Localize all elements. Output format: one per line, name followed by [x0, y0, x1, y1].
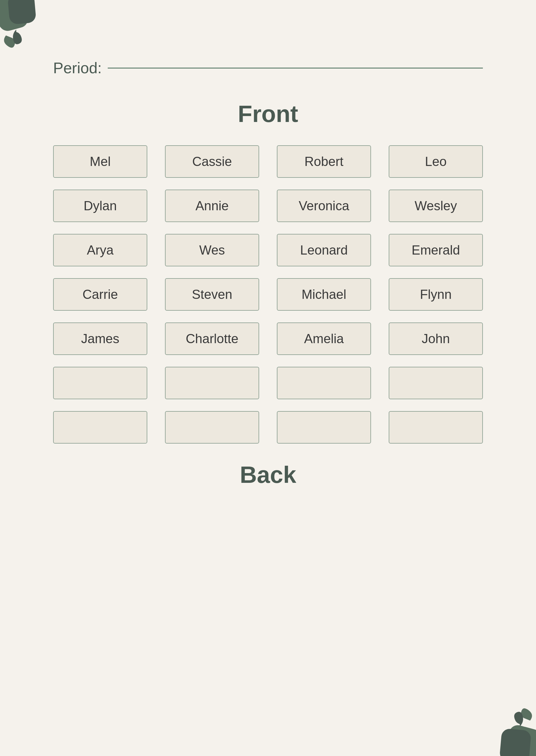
svg-rect-3	[499, 728, 531, 756]
seat-row6-col4[interactable]	[389, 367, 483, 399]
seat-row4-col2[interactable]: Steven	[165, 278, 259, 311]
seat-row7-col1[interactable]	[53, 411, 147, 444]
seat-row3-col3[interactable]: Leonard	[277, 234, 371, 266]
seat-row5-col2[interactable]: Charlotte	[165, 323, 259, 355]
seat-row3-col2[interactable]: Wes	[165, 234, 259, 266]
seat-row3-col1[interactable]: Arya	[53, 234, 147, 266]
seat-row2-col1[interactable]: Dylan	[53, 189, 147, 222]
seat-row2-col2[interactable]: Annie	[165, 189, 259, 222]
seat-row5-col3[interactable]: Amelia	[277, 323, 371, 355]
seat-row1-col4[interactable]: Leo	[389, 145, 483, 178]
seat-row1-col3[interactable]: Robert	[277, 145, 371, 178]
seat-row4-col4[interactable]: Flynn	[389, 278, 483, 311]
seat-row7-col4[interactable]	[389, 411, 483, 444]
seat-row6-col1[interactable]	[53, 367, 147, 399]
seat-row5-col4[interactable]: John	[389, 323, 483, 355]
period-line	[108, 68, 483, 69]
corner-decoration-bottom-right	[489, 703, 536, 756]
seat-row3-col4[interactable]: Emerald	[389, 234, 483, 266]
seat-row7-col2[interactable]	[165, 411, 259, 444]
seat-row4-col1[interactable]: Carrie	[53, 278, 147, 311]
seat-row2-col3[interactable]: Veronica	[277, 189, 371, 222]
seating-grid: Mel Cassie Robert Leo Dylan Annie Veroni…	[53, 145, 483, 444]
period-section: Period:	[53, 59, 483, 77]
seat-row4-col3[interactable]: Michael	[277, 278, 371, 311]
seat-row7-col3[interactable]	[277, 411, 371, 444]
period-label: Period:	[53, 59, 102, 77]
seat-row6-col3[interactable]	[277, 367, 371, 399]
page-content: Period: Front Mel Cassie Robert Leo Dyla…	[0, 0, 536, 524]
seat-row6-col2[interactable]	[165, 367, 259, 399]
seat-row2-col4[interactable]: Wesley	[389, 189, 483, 222]
back-title: Back	[53, 461, 483, 489]
seat-row1-col1[interactable]: Mel	[53, 145, 147, 178]
seat-row5-col1[interactable]: James	[53, 323, 147, 355]
seat-row1-col2[interactable]: Cassie	[165, 145, 259, 178]
front-title: Front	[53, 100, 483, 127]
